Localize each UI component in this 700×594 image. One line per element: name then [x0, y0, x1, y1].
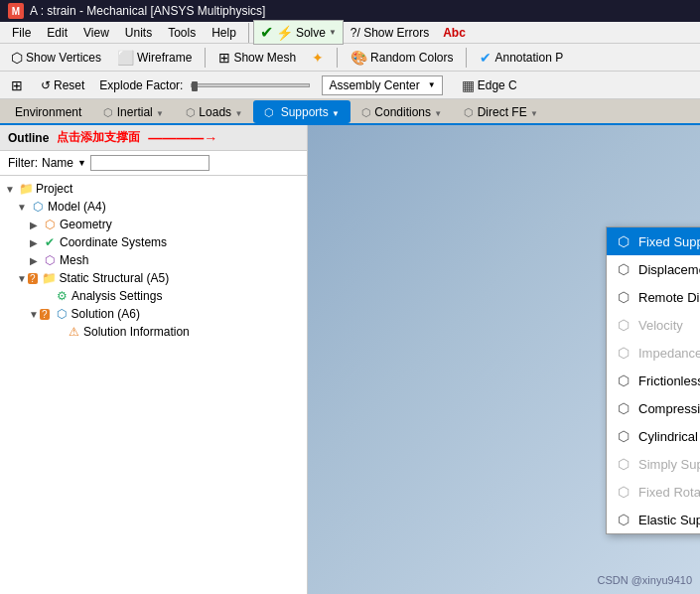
tree-item-static-structural[interactable]: ▼ ? 📁 Static Structural (A5)	[4, 269, 303, 287]
static-structural-label: Static Structural (A5)	[60, 271, 170, 285]
elastic-support-icon: ⬡	[615, 511, 632, 528]
supports-tab-label: Supports	[281, 105, 329, 119]
outline-panel: Outline 点击添加支撑面 ————→ Filter: Name ▼ ▼ 📁…	[0, 125, 308, 594]
reset-button[interactable]: ↺ Reset	[34, 75, 91, 95]
compression-only-label: Compression Only Support	[638, 401, 700, 416]
tree-item-geometry[interactable]: ▶ ⬡ Geometry	[4, 216, 303, 233]
sparkle-button[interactable]: ✦	[305, 47, 331, 69]
velocity-icon: ⬡	[615, 316, 632, 334]
menu-item-displacement[interactable]: ⬡ Displacement	[607, 255, 700, 283]
filter-label: Filter:	[8, 156, 38, 170]
analysis-settings-label: Analysis Settings	[71, 289, 162, 303]
tree-item-solution[interactable]: ▼ ? ⬡ Solution (A6)	[4, 305, 303, 323]
simply-supported-label: Simply Supported	[638, 457, 700, 472]
menu-item-impedance-boundary: ⬡ Impedance Boundary	[607, 339, 700, 367]
solve-icon: ⚡	[276, 25, 293, 41]
show-mesh-button[interactable]: ⊞ Show Mesh	[211, 47, 303, 69]
tree-item-solution-info[interactable]: ▶ ⚠ Solution Information	[4, 323, 303, 341]
tab-inertial[interactable]: ⬡ Inertial ▼	[92, 100, 175, 123]
expand-toggle-mesh[interactable]: ▶	[28, 255, 40, 266]
solve-button[interactable]: ✔ ⚡ Solve ▼	[253, 20, 344, 45]
conditions-tab-label: Conditions	[374, 105, 431, 119]
filter-dropdown-icon[interactable]: ▼	[77, 158, 86, 168]
direct-fe-tab-label: Direct FE	[478, 105, 527, 119]
tab-environment[interactable]: Environment	[4, 100, 92, 123]
mesh-label: Mesh	[60, 253, 88, 267]
solution-info-label: Solution Information	[83, 325, 190, 339]
menu-item-remote-displacement[interactable]: ⬡ Remote Displacement	[607, 283, 700, 311]
filter-bar: Filter: Name ▼	[0, 151, 307, 176]
show-mesh-label: Show Mesh	[233, 51, 296, 65]
explode-slider[interactable]	[191, 83, 310, 87]
annotation-button[interactable]: ✔ Annotation P	[473, 47, 570, 69]
assembly-center-dropdown[interactable]: Assembly Center	[322, 75, 442, 95]
menu-help[interactable]: Help	[204, 24, 244, 42]
menu-tools[interactable]: Tools	[160, 24, 204, 42]
elastic-support-label: Elastic Support	[638, 513, 700, 527]
expand-toggle-geometry[interactable]: ▶	[28, 220, 40, 230]
expand-toggle-solution[interactable]: ▼	[28, 309, 40, 320]
model-icon: ⬡	[30, 199, 46, 215]
tab-conditions[interactable]: ⬡ Conditions ▼	[350, 100, 453, 123]
expand-toggle-coord[interactable]: ▶	[28, 237, 40, 248]
filter-input[interactable]	[90, 155, 210, 171]
menu-file[interactable]: File	[4, 24, 39, 42]
mesh-icon: ⬡	[42, 252, 58, 268]
tab-supports[interactable]: ⬡ Supports ▼	[253, 100, 350, 123]
expand-toggle-static[interactable]: ▼	[16, 273, 28, 284]
tree-item-coord-systems[interactable]: ▶ ✔ Coordinate Systems	[4, 233, 303, 251]
remote-displacement-label: Remote Displacement	[638, 290, 700, 305]
menu-item-frictionless-support[interactable]: ⬡ Frictionless Support	[607, 367, 700, 394]
cylindrical-icon: ⬡	[615, 427, 632, 445]
solve-check-icon: ✔	[260, 23, 273, 42]
menu-item-cylindrical-support[interactable]: ⬡ Cylindrical Support	[607, 422, 700, 450]
toolbar-2: ⊞ ↺ Reset Explode Factor: Assembly Cente…	[0, 72, 700, 99]
grid-icon-button[interactable]: ⊞	[4, 74, 30, 96]
solution-icon: ⬡	[54, 306, 70, 322]
main-area: Outline 点击添加支撑面 ————→ Filter: Name ▼ ▼ 📁…	[0, 125, 700, 594]
abc-button[interactable]: Abc	[436, 23, 473, 43]
tab-loads[interactable]: ⬡ Loads ▼	[175, 100, 253, 123]
toolbar1-sep2	[337, 48, 338, 68]
loads-icon: ⬡	[186, 106, 196, 118]
wireframe-icon: ⬜	[117, 50, 134, 66]
outline-header: Outline 点击添加支撑面 ————→	[0, 125, 307, 151]
menu-units[interactable]: Units	[117, 24, 160, 42]
wireframe-label: Wireframe	[137, 51, 192, 65]
cylindrical-support-label: Cylindrical Support	[638, 429, 700, 444]
annotation-icon: ✔	[480, 50, 491, 66]
tree-item-analysis-settings[interactable]: ▶ ⚙ Analysis Settings	[4, 287, 303, 305]
supports-dropdown-menu: ⬡ Fixed Support 📌 ⬡ Displacement ⬡ Remot…	[606, 226, 700, 534]
menu-item-elastic-support[interactable]: ⬡ Elastic Support	[607, 506, 700, 533]
tree-item-project[interactable]: ▼ 📁 Project	[4, 180, 303, 198]
random-colors-button[interactable]: 🎨 Random Colors	[344, 47, 460, 69]
show-errors-button[interactable]: ?/ Show Errors	[344, 23, 436, 43]
tree-item-model[interactable]: ▼ ⬡ Model (A4)	[4, 198, 303, 216]
menu-item-fixed-rotation: ⬡ Fixed Rotation	[607, 478, 700, 506]
reset-icon: ↺	[41, 78, 51, 92]
compression-only-icon: ⬡	[615, 399, 632, 417]
watermark-text: CSDN @xinyu9410	[597, 574, 692, 586]
assembly-center-label: Assembly Center	[329, 78, 419, 92]
tree-item-mesh[interactable]: ▶ ⬡ Mesh	[4, 251, 303, 269]
inertial-tab-label: Inertial	[117, 105, 153, 119]
menu-view[interactable]: View	[75, 24, 117, 42]
chinese-tooltip-label: 点击添加支撑面	[57, 129, 140, 146]
menu-item-compression-only-support[interactable]: ⬡ Compression Only Support	[607, 394, 700, 422]
menu-edit[interactable]: Edit	[39, 24, 75, 42]
show-vertices-button[interactable]: ⬡ Show Vertices	[4, 47, 108, 69]
toolbar1-sep3	[466, 48, 467, 68]
tab-direct-fe[interactable]: ⬡ Direct FE ▼	[453, 100, 549, 123]
expand-toggle-project[interactable]: ▼	[4, 184, 16, 195]
wireframe-button[interactable]: ⬜ Wireframe	[110, 47, 199, 69]
menu-item-fixed-support[interactable]: ⬡ Fixed Support 📌	[607, 227, 700, 255]
solution-info-icon: ⚠	[66, 324, 81, 340]
edge-button[interactable]: ▦ Edge C	[455, 74, 524, 96]
expand-toggle-model[interactable]: ▼	[16, 202, 28, 213]
window-title: A : strain - Mechanical [ANSYS Multiphys…	[30, 4, 265, 18]
fixed-support-icon: ⬡	[615, 232, 632, 250]
show-errors-label: ?/ Show Errors	[350, 26, 429, 40]
frictionless-icon: ⬡	[615, 371, 632, 389]
show-vertices-label: Show Vertices	[26, 51, 101, 65]
loads-tab-label: Loads	[199, 105, 231, 119]
